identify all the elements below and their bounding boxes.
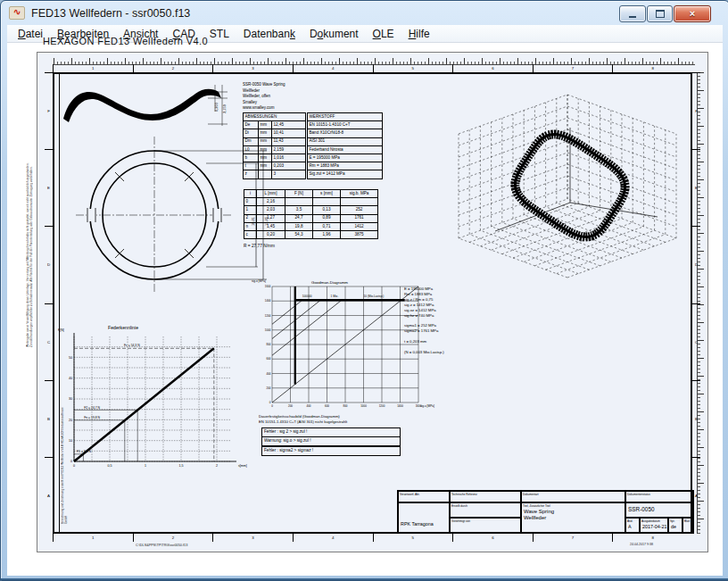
goodman-xtick-label: 400 xyxy=(306,404,310,408)
abmessungen-cell: 0,203 xyxy=(272,162,306,170)
tb-company: RPK Tarragona xyxy=(399,503,449,527)
tb-title2: Wellfeder xyxy=(522,515,625,522)
feder-ytick-label: 0 xyxy=(70,460,72,463)
zone-number: 8 xyxy=(612,534,692,542)
load-table-cell: F [N] xyxy=(285,190,313,198)
maximize-icon xyxy=(656,10,665,18)
abmessungen-table: ABMESSUNGENDemm12,45Dimm10,41Dmmm11,43L0… xyxy=(243,112,306,179)
werkstoff-table: WERKSTOFFEN 10151-1.4310 C+TBand X10CrNi… xyxy=(307,112,383,179)
tb-label-techref: Technische Referenz xyxy=(451,492,520,496)
zone-strip-bottom: 12345678 xyxy=(53,534,692,542)
feder-ylabel: F[N] xyxy=(58,328,64,332)
werkstoff-cell: EN 10151-1.4310 C+T xyxy=(308,121,383,129)
goodman-series-fatigue-line-100000 xyxy=(272,300,342,355)
goodman-series-fatigue-line-1mio xyxy=(272,300,320,338)
feder-point-label: Fc = 54,3 N xyxy=(124,344,140,347)
iso-3d-wireframe xyxy=(443,78,691,285)
feder-xlabel: s[mm] xyxy=(238,464,247,468)
maximize-button[interactable] xyxy=(647,5,673,22)
load-table-cell: 2 xyxy=(244,214,257,222)
menu-item-dokument[interactable]: Dokument xyxy=(302,27,366,41)
load-table-cell: 2,16 xyxy=(257,198,285,206)
tb-label-created: Erstellt durch xyxy=(451,503,520,508)
dim-thickness-label: 0,203 xyxy=(214,102,219,112)
abmessungen-cell: mm xyxy=(259,137,272,145)
tb-date: 2017-04-21 xyxy=(641,523,667,530)
zone-letter: A xyxy=(45,457,53,534)
app-version-header: HEXAGON FED13 Wellfedern V4.0 xyxy=(43,36,208,46)
werkstoff-cell: Rm = 1883 MPa xyxy=(308,162,383,170)
tb-label-approved: Genehmigt von xyxy=(451,519,520,523)
load-table-cell: 1,27 xyxy=(257,214,285,222)
zone-letter: E xyxy=(692,149,700,226)
feder-xtick-label: 2 xyxy=(216,464,218,468)
app-window: ∿ FED13 Wellfedern - ssr0050.f13 × Datei… xyxy=(0,0,728,581)
zone-letter: F xyxy=(45,72,53,149)
goodman-caption-line1: Dauerfestigkeitsschaubild (Goodman-Diagr… xyxy=(259,414,347,419)
tb-lang: de xyxy=(669,523,682,530)
window-title: FED13 Wellfedern - ssr0050.f13 xyxy=(31,7,190,20)
menu-item-ole[interactable]: OLE xyxy=(366,27,401,41)
load-table-cell: 1761 xyxy=(341,214,378,222)
info-line: www.smalley.com xyxy=(243,105,285,112)
menu-item-hilfe[interactable]: Hilfe xyxy=(401,27,437,41)
load-table-cell: sig.b. MPa xyxy=(341,190,378,198)
werkstoff-cell: AISI 301 xyxy=(308,137,383,145)
menu-item-datenbank[interactable]: Datenbank xyxy=(236,27,302,41)
drawing-panel: 12345678 12345678 FEDCBA FEDCBA Weiterga… xyxy=(37,52,708,552)
abmessungen-cell: 11,43 xyxy=(272,137,306,145)
message-box: Fehler : sigma2 > sigmaz ! xyxy=(261,446,401,456)
feder-ytick-label: 30 xyxy=(69,397,72,401)
load-table-cell: s [mm] xyxy=(313,190,341,198)
message-list: Fehler : sig 2 > sig.zul !Warnung: sig.o… xyxy=(261,428,401,456)
werkstoff-cell: Sig.zul = 1412 MPa xyxy=(308,170,383,178)
feder-ytick-label: 50 xyxy=(69,356,72,360)
goodman-annotation: 10 (Mio.Lastsp.) xyxy=(364,295,385,298)
werkstoff-cell: Band X10CrNi18-8 xyxy=(308,129,383,137)
zone-number: 1 xyxy=(53,64,133,72)
goodman-xlabel: sig.u [MPa] xyxy=(420,404,434,408)
load-table-cell: 252 xyxy=(341,206,378,214)
load-table-cell: L [mm] xyxy=(257,190,285,198)
feder-xtick-label: 0 xyxy=(73,464,75,468)
werkstoff-cell: WERKSTOFF xyxy=(308,113,383,121)
close-button[interactable]: × xyxy=(674,5,711,22)
spring-rate-line: R = 27,77 N/mm xyxy=(244,244,275,248)
load-table-cell: n xyxy=(244,222,257,230)
zone-number: 6 xyxy=(452,64,533,72)
tb-rev: A xyxy=(626,523,639,530)
zone-number: 7 xyxy=(533,64,613,72)
info-line: SSR-0050 Wave Spring xyxy=(243,82,285,88)
abmessungen-cell: mm xyxy=(259,129,272,137)
load-table-cell: 0 xyxy=(244,198,257,206)
load-table-cell: 3875 xyxy=(341,230,378,238)
abmessungen-cell: De xyxy=(244,121,259,129)
abmessungen-cell: 10,41 xyxy=(272,129,306,137)
feder-point-label: F2 = 24,7 N xyxy=(84,406,100,410)
drawing-sheet: 0,203 2,159 xyxy=(53,72,692,534)
file-path-text: C:\DLS&PPS\TP\TRG\ssr0050.f13 xyxy=(136,544,187,547)
goodman-info-line: sigma2 = 1761 MPa xyxy=(404,328,444,334)
goodman-ytick-label: 1600 xyxy=(265,285,271,288)
abmessungen-cell: Di xyxy=(244,129,259,137)
werkstoff-cell: Federband Nirosta xyxy=(308,145,383,154)
copyright-notice-outer: Weitergabe sowie Vervielfältigung dieser… xyxy=(26,137,33,347)
window-controls: × xyxy=(619,5,711,22)
zone-letter: E xyxy=(45,149,53,226)
feder-ytick-label: 10 xyxy=(69,439,72,443)
abmessungen-cell: 12,45 xyxy=(272,121,306,129)
load-table-cell: 1,96 xyxy=(313,230,341,238)
app-icon[interactable]: ∿ xyxy=(9,6,25,20)
zone-number: 3 xyxy=(212,534,293,542)
load-table-cell xyxy=(341,198,378,206)
close-icon: × xyxy=(690,9,695,19)
goodman-caption-line2: EN 10151-1.4310 C+T (AISI 301) nicht kug… xyxy=(259,419,347,425)
load-table-cell: 54,3 xyxy=(285,230,313,238)
goodman-annotation: 100000 xyxy=(302,295,312,298)
minimize-button[interactable] xyxy=(619,5,646,22)
dim-height-label: 2,159 xyxy=(222,104,227,113)
tb-label-sheet: Blatt xyxy=(683,519,692,523)
abmessungen-cell: 3 xyxy=(272,170,306,178)
load-table-cell: 1 xyxy=(244,206,257,214)
zone-letter: F xyxy=(692,72,700,149)
